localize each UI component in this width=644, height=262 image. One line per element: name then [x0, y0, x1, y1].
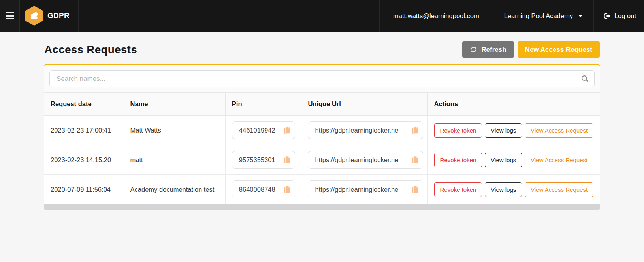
horizontal-scrollbar[interactable] — [44, 204, 600, 210]
revoke-token-button[interactable]: Revoke token — [434, 123, 482, 138]
caret-down-icon — [578, 15, 582, 19]
col-header-actions: Actions — [427, 93, 600, 116]
unique-url-input[interactable] — [308, 156, 411, 164]
org-name: Learning Pool Academy — [504, 12, 573, 20]
revoke-token-button[interactable]: Revoke token — [434, 182, 482, 197]
view-access-request-button[interactable]: View Access Request — [525, 182, 593, 197]
col-header-unique-url: Unique Url — [301, 93, 427, 116]
copy-pin-icon[interactable] — [283, 126, 291, 135]
request-date-cell: 2023-02-23 14:15:20 — [51, 156, 111, 163]
unique-url-input[interactable] — [308, 186, 411, 193]
view-logs-button[interactable]: View logs — [485, 182, 522, 197]
logout-button[interactable]: Log out — [593, 0, 644, 32]
revoke-token-button[interactable]: Revoke token — [434, 153, 482, 167]
request-date-cell: 2020-07-09 11:56:04 — [51, 186, 111, 193]
main-content: Access Requests Refresh New Access Reque… — [0, 41, 644, 210]
unique-url-field — [308, 151, 423, 169]
name-cell: Academy documentation test — [130, 186, 215, 193]
pin-input[interactable] — [232, 127, 283, 134]
refresh-icon — [470, 46, 477, 53]
top-navbar: GDPR matt.watts@learningpool.com Learnin… — [0, 0, 644, 32]
copy-pin-icon[interactable] — [283, 185, 291, 194]
copy-url-icon[interactable] — [411, 155, 419, 164]
access-requests-card: Request date Name Pin Unique Url Actions… — [44, 64, 600, 210]
table-row: 2023-02-23 14:15:20 matt — [44, 145, 600, 175]
navbar-spacer — [79, 0, 379, 32]
org-switcher-dropdown[interactable]: Learning Pool Academy — [493, 0, 593, 32]
pin-field — [232, 180, 295, 198]
name-cell: matt — [130, 156, 143, 163]
unique-url-field — [308, 180, 423, 198]
pin-input[interactable] — [232, 186, 283, 193]
view-access-request-button[interactable]: View Access Request — [525, 153, 593, 167]
copy-url-icon[interactable] — [411, 126, 419, 135]
unique-url-field — [308, 121, 423, 139]
page-title: Access Requests — [44, 43, 137, 56]
user-email: matt.watts@learningpool.com — [379, 0, 493, 32]
search-input[interactable] — [49, 70, 595, 87]
pin-field — [232, 121, 295, 139]
search-icon[interactable] — [581, 75, 589, 84]
new-access-request-button[interactable]: New Access Request — [518, 41, 600, 58]
logout-icon — [603, 12, 611, 20]
access-requests-table: Request date Name Pin Unique Url Actions… — [44, 92, 600, 204]
table-row: 2023-02-23 17:00:41 Matt Watts — [44, 116, 600, 145]
view-access-request-button[interactable]: View Access Request — [525, 123, 593, 138]
copy-url-icon[interactable] — [411, 185, 419, 194]
hamburger-icon — [6, 12, 14, 20]
unique-url-input[interactable] — [308, 127, 411, 134]
col-header-request-date: Request date — [44, 93, 124, 116]
brand-home-link[interactable]: GDPR — [20, 0, 79, 32]
name-cell: Matt Watts — [130, 127, 161, 134]
col-header-pin: Pin — [225, 93, 301, 116]
table-row: 2020-07-09 11:56:04 Academy documentatio… — [44, 175, 600, 204]
view-logs-button[interactable]: View logs — [485, 123, 522, 138]
copy-pin-icon[interactable] — [283, 155, 291, 164]
view-logs-button[interactable]: View logs — [485, 153, 522, 167]
brand-name: GDPR — [47, 11, 70, 20]
request-date-cell: 2023-02-23 17:00:41 — [51, 127, 111, 134]
col-header-name: Name — [124, 93, 225, 116]
menu-toggle-button[interactable] — [0, 0, 20, 32]
refresh-button[interactable]: Refresh — [462, 41, 514, 58]
pin-field — [232, 151, 295, 169]
table-header-row: Request date Name Pin Unique Url Actions — [44, 93, 600, 116]
pin-input[interactable] — [232, 156, 283, 164]
squirrel-logo-icon — [25, 6, 43, 26]
